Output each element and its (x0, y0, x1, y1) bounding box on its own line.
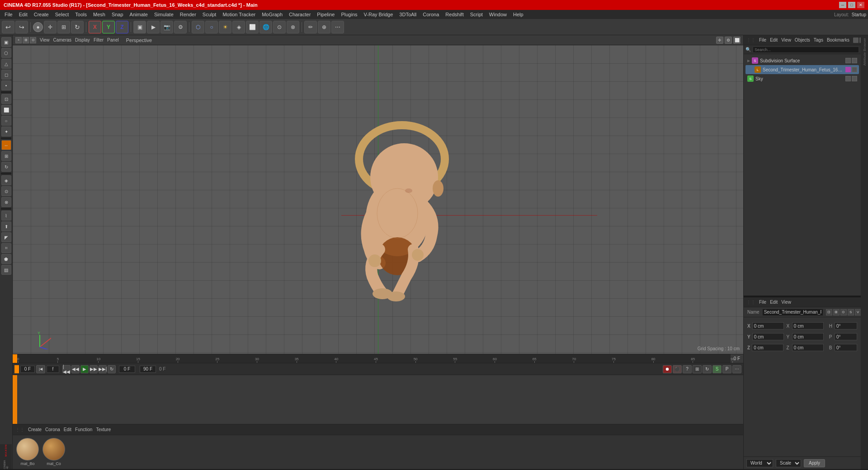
name-icon-5[interactable]: V (855, 309, 861, 315)
tool-paint[interactable]: ⬟ (1, 254, 11, 264)
menu-vray[interactable]: V-Ray Bridge (361, 11, 396, 18)
toolbar-material[interactable]: ◈ (232, 21, 245, 33)
toolbar-mode-object[interactable]: ● (33, 22, 43, 32)
stop[interactable]: ↻ (108, 365, 116, 373)
viewport-canvas[interactable]: X Y Z Grid Spacing : 10 cm (13, 45, 743, 354)
menu-character[interactable]: Character (286, 11, 313, 18)
menu-corona[interactable]: Corona (420, 11, 442, 18)
toolbar-z-axis[interactable]: Z (116, 21, 128, 33)
menu-plugins[interactable]: Plugins (338, 11, 360, 18)
tool-mode-point[interactable]: • (1, 80, 11, 90)
viewport-icon-2[interactable]: ⊞ (23, 37, 29, 43)
coord-apply-button[interactable]: Apply (804, 459, 825, 467)
tool-mode-edge[interactable]: △ (1, 59, 11, 69)
menu-file[interactable]: File (2, 11, 15, 18)
mat-menu-edit[interactable]: Edit (64, 427, 71, 432)
name-icon-4[interactable]: S (848, 309, 854, 315)
menu-script[interactable]: Script (467, 11, 486, 18)
material-item-2[interactable]: mat_Co (42, 438, 65, 466)
viewport-icon-3[interactable]: ⊙ (30, 37, 36, 43)
tool-move[interactable]: ↔ (1, 140, 11, 150)
toolbar-move[interactable]: ✛ (44, 21, 57, 33)
coord-menu-edit[interactable]: Edit (770, 300, 778, 305)
menu-window[interactable]: Window (486, 11, 509, 18)
menu-mograph[interactable]: MoGraph (259, 11, 285, 18)
toolbar-x-axis[interactable]: X (89, 21, 101, 33)
toolbar-sphere[interactable]: ○ (205, 21, 218, 33)
mat-menu-corona[interactable]: Corona (45, 427, 60, 432)
end-frame-display[interactable] (140, 366, 156, 373)
toolbar-render-region[interactable]: ▣ (133, 21, 146, 33)
obj-lock-1[interactable] (852, 58, 857, 63)
name-icon-1[interactable]: ⊡ (826, 309, 832, 315)
coord-menu-view[interactable]: View (781, 300, 791, 305)
tool-select-circle[interactable]: ○ (1, 116, 11, 126)
obj-sky[interactable]: S Sky (745, 74, 859, 83)
viewport-menu-display[interactable]: Display (75, 38, 90, 42)
coord-p-val[interactable] (835, 333, 857, 340)
viewport-menu-cameras[interactable]: Cameras (53, 38, 72, 42)
menu-mesh[interactable]: Mesh (90, 11, 108, 18)
tl-key-pos[interactable]: ⊞ (693, 365, 702, 373)
material-item-1[interactable]: mat_Bo (16, 438, 39, 466)
menu-motion-tracker[interactable]: Motion Tracker (220, 11, 258, 18)
coord-x-pos[interactable] (752, 322, 784, 329)
key-frame-display[interactable] (119, 366, 135, 373)
mat-menu-function[interactable]: Function (75, 427, 92, 432)
coord-menu-file[interactable]: File (759, 300, 766, 305)
viewport-menu-filter[interactable]: Filter (94, 38, 104, 42)
tool-bridge[interactable]: ⌗ (1, 243, 11, 253)
toolbar-more[interactable]: ⋯ (331, 21, 344, 33)
tool-knife[interactable]: ⌇ (1, 211, 11, 221)
toolbar-render-pic[interactable]: 📷 (160, 21, 173, 33)
tl-key-all[interactable]: ? (683, 365, 692, 373)
mat-menu-texture[interactable]: Texture (96, 427, 111, 432)
toolbar-sky[interactable]: 🌐 (259, 21, 272, 33)
menu-animate[interactable]: Animate (127, 11, 151, 18)
toolbar-y-axis[interactable]: Y (102, 21, 115, 33)
tl-auto-key[interactable]: ⚫ (673, 365, 682, 373)
viewport-icon-1[interactable]: + (15, 37, 22, 43)
menu-render[interactable]: Render (177, 11, 199, 18)
menu-simulate[interactable]: Simulate (151, 11, 176, 18)
play-forward-fast[interactable]: ▶▶ (90, 365, 98, 373)
vp-ctrl-expand[interactable]: ✛ (716, 37, 723, 44)
menu-create[interactable]: Create (31, 11, 52, 18)
toolbar-spline-pen[interactable]: ✏ (304, 21, 317, 33)
om-menu-bookmarks[interactable]: Bookmarks (827, 38, 849, 42)
menu-select[interactable]: Select (52, 11, 72, 18)
obj-vis-2[interactable] (845, 67, 851, 72)
coord-z-pos2[interactable] (792, 344, 824, 351)
menu-edit[interactable]: Edit (16, 11, 30, 18)
tool-mode-texture[interactable]: ⬡ (1, 48, 11, 58)
frame-step-back[interactable]: |◀ (36, 365, 45, 373)
coord-z-pos[interactable] (752, 344, 783, 351)
tool-mode-poly[interactable]: ◻ (1, 70, 11, 80)
coord-y-pos2[interactable] (792, 333, 824, 340)
om-menu-file[interactable]: File (759, 38, 766, 42)
tl-more[interactable]: ⋯ (732, 365, 741, 373)
obj-lock-2[interactable] (852, 67, 857, 72)
vp-ctrl-fullscreen[interactable]: ⬜ (733, 37, 741, 44)
coord-h-val[interactable] (835, 322, 857, 329)
tool-select-free[interactable]: ✦ (1, 127, 11, 136)
toolbar-lights[interactable]: ☀ (219, 21, 231, 33)
play-back[interactable]: ◀◀ (71, 365, 80, 373)
toolbar-undo[interactable]: ↩ (2, 21, 14, 33)
mat-preview-2[interactable] (42, 438, 65, 461)
om-search-input[interactable] (753, 47, 859, 53)
tool-rotate[interactable]: ↻ (1, 162, 11, 172)
goto-end[interactable]: ▶▶| (99, 365, 107, 373)
toolbar-scale[interactable]: ⊞ (57, 21, 70, 33)
coord-x-pos2[interactable] (792, 322, 824, 329)
timeline-frame[interactable] (13, 375, 743, 424)
mat-preview-1[interactable] (16, 438, 39, 461)
viewport-menu-view[interactable]: View (40, 38, 50, 42)
name-icon-3[interactable]: ⊙ (840, 309, 847, 315)
goto-start[interactable]: |◀◀ (62, 365, 71, 373)
tl-key-rot[interactable]: ↻ (703, 365, 712, 373)
menu-tools[interactable]: Tools (72, 11, 90, 18)
name-icon-2[interactable]: ⊞ (833, 309, 840, 315)
coord-b-val[interactable] (835, 344, 857, 351)
tl-morph[interactable]: P (722, 365, 731, 373)
